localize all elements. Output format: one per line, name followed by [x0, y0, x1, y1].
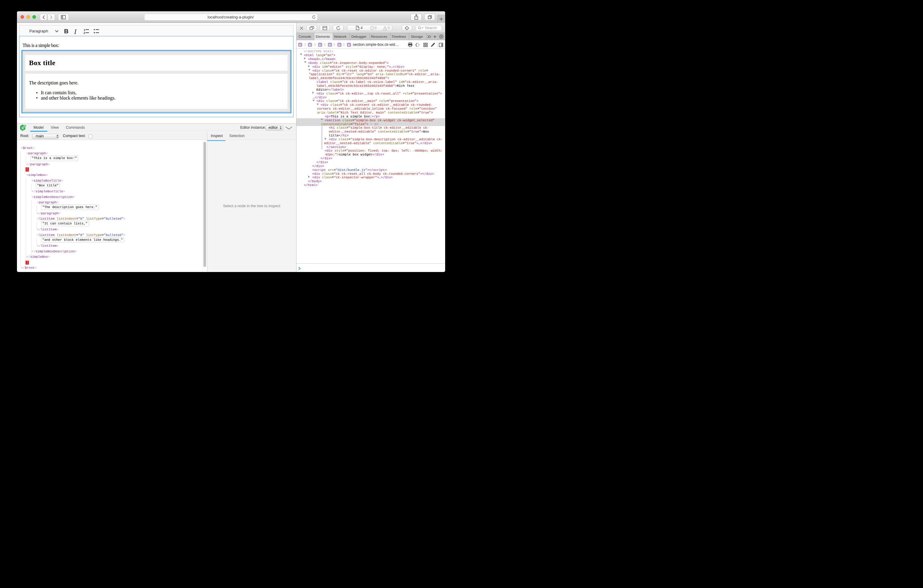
- svg-text:2: 2: [84, 31, 85, 34]
